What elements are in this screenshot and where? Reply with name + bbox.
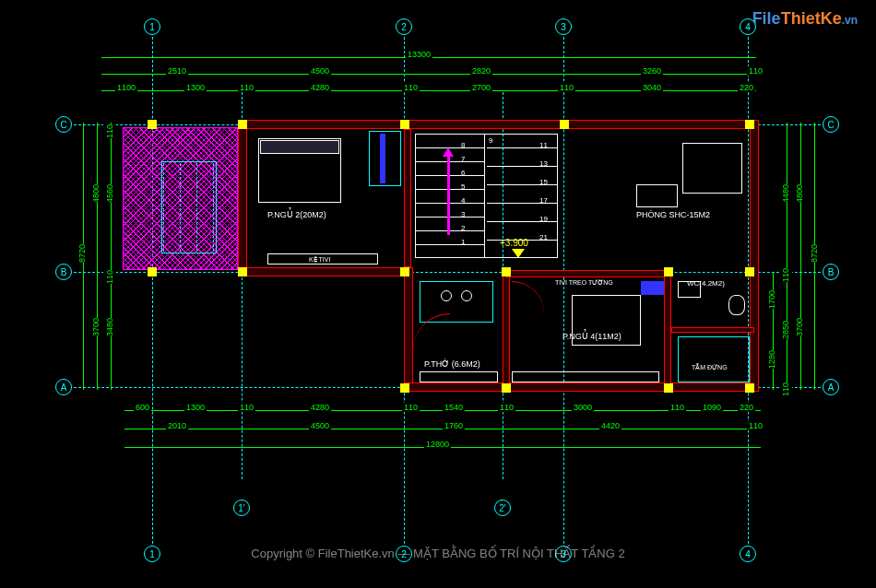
wall-wc-div [671,327,754,333]
dim-right-2 [787,123,787,390]
dim-ri-2: 1280 [765,350,778,369]
dim-b2-4: 4420 [599,421,621,430]
dim-b2-1: 2010 [166,421,188,430]
elevation-arrow-icon [512,249,525,258]
dim-r2-1: 4480 [779,184,792,203]
dim-b1-8: 3000 [572,403,594,412]
rail-1 [163,163,164,252]
wall-int-2 [503,267,510,387]
sn-11: 11 [539,141,548,149]
rail-3 [196,163,197,252]
door-arc-2 [512,281,544,313]
dim-t1-5: 110 [747,66,764,76]
dim-b2-5: 110 [747,421,764,430]
label-bedroom4: P.NGỦ 4(11M2) [562,332,621,341]
sn-9: 9 [489,136,492,145]
col-1 [148,120,157,129]
col-4 [560,120,569,129]
dim-l2-2: 4560 [103,184,116,203]
sofa [682,143,742,194]
wall-north [238,120,759,129]
grid-label-2p-bot: 2' [494,500,511,516]
grid-label-1-top: 1 [144,18,160,35]
label-shower: TẮM ĐỨNG [692,364,728,371]
grid-label-c-l: C [55,116,72,133]
label-worship: P.THỜ (6.6M2) [424,359,480,369]
dim-t2-8: 3040 [641,83,663,92]
sn-2: 2 [461,224,465,232]
bed4-side [641,281,664,295]
label-living: PHÒNG SHC-15M2 [636,210,710,219]
dim-t1-3: 2820 [470,66,492,76]
tread-l8 [415,244,484,245]
sn-21: 21 [539,233,548,241]
dim-b1-5: 110 [402,403,420,412]
dim-t2-5: 110 [402,83,420,92]
floor-plan-canvas: FileThietKe.vn 1 2 3 4 1 1' 2 2' 3 4 C B… [0,0,876,588]
dim-r2-3: 2850 [779,321,792,339]
grid-line-b [60,272,825,273]
col-8 [400,267,409,276]
dim-t1-2: 4500 [309,66,331,76]
dim-left-total-text: 8720 [76,244,89,263]
sn-15: 15 [539,178,548,186]
dim-r1-1: 4800 [793,184,806,203]
watermark: Copyright © FileThietKe.vn — MẶT BẰNG BỐ… [0,547,876,560]
toilet-icon [728,295,745,315]
balcony-rail [161,161,217,253]
altar-c1 [441,290,452,301]
dim-b1-2: 1300 [184,403,207,412]
wall-int-3 [505,270,671,277]
col-14 [664,383,673,393]
col-2 [238,120,247,129]
wall-south [404,382,759,392]
col-6 [148,267,157,276]
col-3 [400,120,409,129]
dim-t2-3: 110 [238,83,255,92]
dim-b1-10: 1090 [701,403,723,412]
logo: FileThietKe.vn [752,9,858,29]
logo-part1: File [752,9,781,28]
stair-arrowhead [443,147,454,157]
dim-right-1 [800,123,801,390]
wall-step [238,267,408,276]
dim-b1-6: 1540 [443,403,465,412]
label-bedroom2: P.NGỦ 2(20M2) [267,210,326,219]
sn-17: 17 [539,196,548,205]
sn-6: 6 [461,169,465,177]
dim-t2-9: 220 [738,83,755,92]
wall-int-1 [404,129,411,267]
grid-line-3 [563,28,564,553]
elevation-text: +3.900 [500,238,528,248]
wall-east [750,120,759,392]
wall-west-upper [238,120,247,276]
dim-b2-2: 4500 [309,421,331,430]
door-arc-1 [413,313,450,350]
dim-left-1 [97,123,98,390]
grid-label-c-r: C [823,116,839,133]
logo-part2: ThietKe [781,9,842,28]
stair-divider [484,134,485,258]
wall-int-4 [664,270,671,385]
col-11 [745,267,754,276]
label-tv-shelf: KỆ TIVI [309,256,330,264]
label-wc: WC(4.2M2) [687,279,725,288]
sn-7: 7 [461,155,465,163]
sn-4: 4 [461,196,465,205]
sn-13: 13 [539,159,548,168]
dim-l1-2: 3700 [89,318,102,336]
sn-8: 8 [461,141,465,149]
col-12 [400,383,409,393]
dim-r1-2: 3700 [793,318,806,336]
pillow-1 [260,140,339,154]
dim-t2-6: 2700 [470,83,492,92]
grid-label-2-top: 2 [396,18,412,35]
grid-label-a-l: A [55,379,72,395]
col-10 [664,267,673,276]
wardrobe-accent [380,134,385,183]
col-7 [238,267,247,276]
dim-l2-4: 3480 [103,318,116,336]
shower-area [678,336,750,382]
grid-line-4 [748,28,749,553]
stair-arrow [447,152,450,235]
